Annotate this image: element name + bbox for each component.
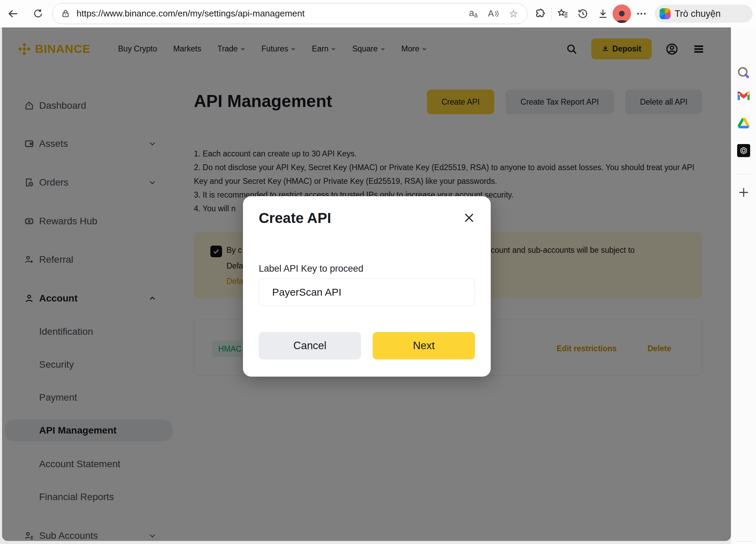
api-key-name-input[interactable] (259, 279, 475, 306)
edge-sidebar: ⚙ (731, 27, 756, 544)
profile-avatar[interactable] (613, 4, 631, 23)
address-bar-actions: aă A ☆ (469, 8, 527, 19)
bing-search-icon[interactable] (736, 66, 751, 80)
url-text[interactable]: https://www.binance.com/en/my/settings/a… (77, 8, 305, 19)
toolbar-divider (551, 8, 552, 20)
next-button[interactable]: Next (373, 332, 475, 359)
history-icon[interactable] (577, 8, 589, 20)
google-drive-icon[interactable] (737, 117, 751, 129)
gmail-icon[interactable] (737, 91, 751, 102)
favorites-hub-icon[interactable] (557, 8, 569, 20)
favorite-star-icon[interactable]: ☆ (509, 9, 518, 19)
close-icon[interactable] (463, 211, 476, 224)
back-icon[interactable] (7, 8, 19, 20)
copilot-logo-icon (660, 8, 671, 19)
api-key-label: Label API Key to proceed (259, 263, 363, 274)
rail-divider (736, 174, 752, 174)
create-api-modal: Create API Label API Key to proceed Canc… (243, 196, 491, 377)
modal-title: Create API (259, 210, 331, 226)
copilot-button[interactable]: Trò chuyện (655, 5, 753, 23)
screen: { "browser": { "url": "https://www.binan… (0, 0, 756, 544)
lock-icon (61, 9, 70, 19)
rail-divider (736, 541, 752, 542)
chatgpt-icon[interactable] (737, 144, 750, 157)
translate-icon[interactable]: aă (469, 8, 478, 19)
cancel-button[interactable]: Cancel (259, 332, 361, 359)
add-sidebar-item-icon[interactable] (737, 186, 750, 199)
reload-icon[interactable] (33, 8, 44, 19)
extensions-puzzle-icon[interactable] (535, 8, 546, 20)
browser-toolbar: https://www.binance.com/en/my/settings/a… (0, 0, 756, 27)
avatar-silhouette (614, 9, 629, 23)
address-bar[interactable]: https://www.binance.com/en/my/settings/a… (52, 3, 527, 24)
downloads-icon[interactable] (597, 8, 609, 20)
copilot-label: Trò chuyện (675, 9, 721, 19)
read-aloud-icon[interactable]: A (488, 8, 499, 19)
more-options-icon[interactable] (636, 8, 647, 20)
